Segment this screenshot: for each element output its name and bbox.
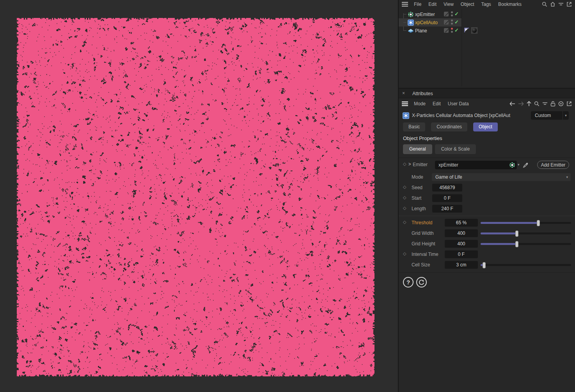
tab-object[interactable]: Object [473,122,498,131]
popout-icon[interactable] [566,2,572,7]
xpemitter-icon[interactable] [407,11,414,18]
preset-dropdown-arrow[interactable]: ▾ [563,111,569,120]
up-arrow-icon[interactable] [527,101,531,106]
grid-height-label: Grid Height [412,241,435,247]
object-manager-menubar: File Edit View Object Tags Bookmarks [399,0,575,9]
filter-icon[interactable] [558,2,564,7]
menu-view[interactable]: View [440,2,457,7]
start-input[interactable]: 0 F [432,194,462,202]
interval-time-row: ◇ Interval Time 0 F [399,250,575,258]
home-icon[interactable] [550,2,555,7]
grid-width-input[interactable]: 400 [445,229,478,237]
tab-color-scale[interactable]: Color & Scale [435,144,476,154]
menu-bookmarks[interactable]: Bookmarks [495,2,525,7]
keyframe-diamond-icon[interactable]: ◇ [403,251,406,256]
keyframe-diamond-icon[interactable]: ◇ [403,206,406,211]
link-dropdown-icon[interactable]: ▾ [518,163,520,167]
texture-tag-icon[interactable] [471,27,477,34]
reset-icon[interactable] [416,277,427,287]
emitter-link-field[interactable]: xpEmitter [435,161,517,169]
3d-viewport[interactable] [0,0,398,392]
keyframe-diamond-icon[interactable]: ◇ [403,195,406,200]
attributes-titlebar: × Attributes [399,89,575,98]
start-label: Start [412,195,421,201]
layer-toggle-icon[interactable] [444,28,449,33]
enabled-check-icon[interactable]: ✓ [454,19,459,25]
layer-toggle-icon[interactable] [444,20,449,25]
grid-height-slider[interactable] [481,243,571,245]
visibility-dots[interactable] [451,20,453,25]
eyedropper-icon[interactable] [523,162,529,170]
keyframe-diamond-icon[interactable]: ◇ [403,220,406,225]
object-name[interactable]: xpCellAuto [415,20,438,25]
object-row-plane[interactable]: Plane ✓ [399,27,461,35]
attributes-menu-icon[interactable] [402,101,408,106]
cellular-automata-plane[interactable] [17,18,374,376]
menu-file[interactable]: File [410,2,425,7]
compositing-tag-icon[interactable] [464,27,470,34]
popout-icon[interactable] [566,101,572,106]
menu-tags[interactable]: Tags [478,2,495,7]
mode-dropdown[interactable]: Game of Life ▾ [432,173,571,181]
attribute-tabs: Basic Coordinates Object [403,122,575,131]
record-target-icon[interactable] [558,101,564,106]
tab-general[interactable]: General [403,144,432,154]
length-label: Length [412,206,426,211]
length-input[interactable]: 240 F [432,205,462,213]
menu-edit-attr[interactable]: Edit [429,101,444,106]
object-name[interactable]: xpEmitter [415,12,435,17]
attributes-panel: × Attributes Mode Edit User Data [399,89,575,390]
expand-chevron-icon[interactable]: > [408,161,411,167]
close-icon[interactable]: × [402,90,408,96]
length-row: ◇ Length 240 F [399,205,575,213]
divider [399,158,575,158]
edited-object-row: X-Particles Cellular Automata Object [xp… [403,111,572,120]
menu-mode[interactable]: Mode [410,101,429,106]
object-row-xpemitter[interactable]: xpEmitter ✓ [399,10,461,18]
back-arrow-icon[interactable] [509,101,515,106]
visibility-dots[interactable] [451,28,453,33]
emitter-row: ◇ > Emitter xpEmitter ▾ Add Emitter [399,161,575,169]
menu-object[interactable]: Object [457,2,478,7]
visibility-dots[interactable] [451,11,453,16]
attributes-title: Attributes [412,91,433,96]
mode-value: Game of Life [435,173,462,181]
enabled-check-icon[interactable]: ✓ [454,27,459,33]
menu-user-data[interactable]: User Data [444,101,472,106]
object-row-xpcellauto[interactable]: xpCellAuto ✓ [399,18,461,27]
keyframe-diamond-icon[interactable]: ◇ [403,184,406,190]
enabled-check-icon[interactable]: ✓ [454,11,459,17]
threshold-slider[interactable] [481,222,571,224]
tab-basic[interactable]: Basic [403,122,425,131]
lock-icon[interactable] [550,101,555,106]
tree-branch [403,22,406,23]
keyframe-diamond-icon[interactable]: ◇ [403,161,406,167]
search-icon[interactable] [542,2,547,7]
cell-size-label: Cell Size [412,262,430,268]
plane-icon[interactable] [407,27,414,34]
panel-menu-icon[interactable] [402,2,408,7]
xpcellauto-icon[interactable] [407,19,414,26]
grid-width-row: Grid Width 400 [399,229,575,237]
attributes-toolbar [509,101,575,106]
grid-width-slider[interactable] [481,232,571,234]
forward-arrow-icon[interactable] [518,101,524,106]
filter-icon[interactable] [542,101,548,106]
threshold-input[interactable]: 65 % [445,219,478,227]
cell-size-row: Cell Size 3 cm [399,261,575,269]
tree-column-divider [461,9,462,86]
grid-height-input[interactable]: 400 [445,240,478,248]
seed-input[interactable]: 456879 [432,184,462,192]
search-icon[interactable] [534,101,540,106]
tab-coordinates[interactable]: Coordinates [431,122,467,131]
object-properties-tabs: General Color & Scale [403,144,575,154]
add-emitter-button[interactable]: Add Emitter [537,161,569,169]
help-icon[interactable]: ? [403,277,414,287]
object-name[interactable]: Plane [415,28,427,34]
preset-dropdown[interactable]: Custom [531,111,568,120]
cell-size-input[interactable]: 3 cm [445,261,478,269]
menu-edit[interactable]: Edit [425,2,440,7]
layer-toggle-icon[interactable] [444,12,449,16]
interval-time-input[interactable]: 0 F [445,250,478,258]
cell-size-slider[interactable] [481,264,571,266]
